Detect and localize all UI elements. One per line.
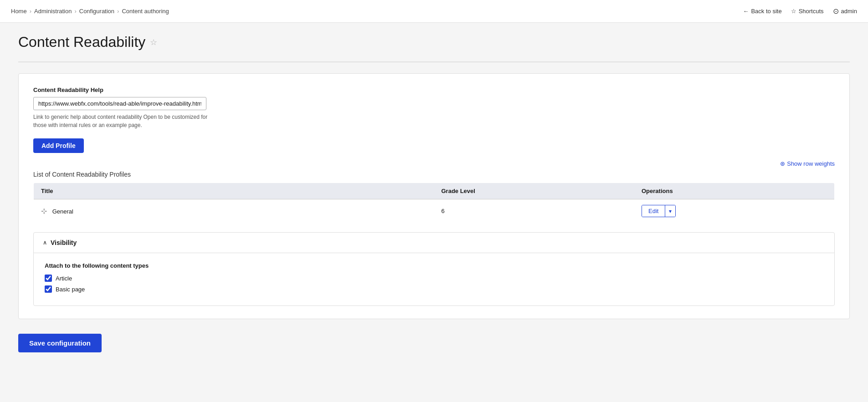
edit-button-group: Edit ▾ xyxy=(642,205,676,217)
admin-label: admin xyxy=(841,8,857,15)
row-grade-cell: 6 xyxy=(434,199,635,223)
show-row-weights-link[interactable]: ⊛ Show row weights xyxy=(780,160,835,167)
profiles-table: Title Grade Level Operations ⊹ General 6 xyxy=(33,183,835,223)
back-to-site-link[interactable]: ← Back to site xyxy=(743,8,781,15)
list-label: List of Content Readability Profiles xyxy=(33,171,835,178)
breadcrumb-current: Content authoring xyxy=(122,8,169,15)
caret-down-icon: ▾ xyxy=(669,208,672,214)
row-title-cell: ⊹ General xyxy=(34,199,434,223)
help-url-input[interactable] xyxy=(33,97,206,110)
chevron-up-icon: ∧ xyxy=(43,239,47,246)
help-url-description: Link to generic help about content reada… xyxy=(33,113,216,129)
col-grade: Grade Level xyxy=(434,183,635,199)
user-icon: ⊙ xyxy=(833,7,839,15)
edit-dropdown-button[interactable]: ▾ xyxy=(665,205,675,217)
basic-page-checkbox[interactable] xyxy=(45,285,52,293)
page-wrapper: Content Readability ☆ Content Readabilit… xyxy=(0,23,868,380)
favorite-icon[interactable]: ☆ xyxy=(150,37,157,47)
main-card: Content Readability Help Link to generic… xyxy=(18,73,850,319)
drag-handle-icon[interactable]: ⊹ xyxy=(41,207,47,215)
col-title: Title xyxy=(34,183,434,199)
breadcrumb-home[interactable]: Home xyxy=(11,8,27,15)
save-configuration-button[interactable]: Save configuration xyxy=(18,334,102,352)
add-profile-button[interactable]: Add Profile xyxy=(33,138,84,153)
eye-icon: ⊛ xyxy=(780,160,785,167)
edit-button[interactable]: Edit xyxy=(642,205,665,217)
admin-link[interactable]: ⊙ admin xyxy=(833,7,857,15)
breadcrumb-sep-2: › xyxy=(74,8,76,15)
col-ops: Operations xyxy=(634,183,835,199)
topbar-right: ← Back to site ☆ Shortcuts ⊙ admin xyxy=(743,7,857,15)
breadcrumb: Home › Administration › Configuration › … xyxy=(11,8,169,15)
topbar: Home › Administration › Configuration › … xyxy=(0,0,868,23)
basic-page-label: Basic page xyxy=(56,286,85,293)
breadcrumb-admin[interactable]: Administration xyxy=(34,8,72,15)
attach-label: Attach to the following content types xyxy=(45,262,823,269)
page-title: Content Readability xyxy=(18,34,145,51)
article-label: Article xyxy=(56,275,72,282)
back-to-site-label: Back to site xyxy=(751,8,781,15)
row-ops-cell: Edit ▾ xyxy=(634,199,835,223)
help-url-label: Content Readability Help xyxy=(33,87,835,93)
visibility-label: Visibility xyxy=(51,239,77,246)
visibility-section: ∧ Visibility Attach to the following con… xyxy=(33,232,835,306)
breadcrumb-config[interactable]: Configuration xyxy=(79,8,114,15)
table-row: ⊹ General 6 Edit ▾ xyxy=(34,199,835,223)
help-url-field: Content Readability Help Link to generic… xyxy=(33,87,835,129)
visibility-header[interactable]: ∧ Visibility xyxy=(34,233,834,253)
row-grade: 6 xyxy=(442,208,445,214)
breadcrumb-sep-3: › xyxy=(117,8,119,15)
breadcrumb-sep-1: › xyxy=(30,8,31,15)
row-title: General xyxy=(52,208,73,215)
checkbox-article-row: Article xyxy=(45,275,823,282)
back-arrow-icon: ← xyxy=(743,8,749,15)
checkbox-basicpage-row: Basic page xyxy=(45,285,823,293)
shortcuts-link[interactable]: ☆ Shortcuts xyxy=(791,8,824,15)
table-header: Title Grade Level Operations xyxy=(34,183,835,199)
visibility-body: Attach to the following content types Ar… xyxy=(34,253,834,305)
show-row-weights-row: ⊛ Show row weights xyxy=(33,160,835,167)
star-icon: ☆ xyxy=(791,8,796,15)
show-row-weights-label: Show row weights xyxy=(787,160,835,167)
header-divider xyxy=(18,61,850,62)
shortcuts-label: Shortcuts xyxy=(799,8,824,15)
article-checkbox[interactable] xyxy=(45,275,52,282)
page-title-row: Content Readability ☆ xyxy=(18,34,850,51)
table-body: ⊹ General 6 Edit ▾ xyxy=(34,199,835,223)
